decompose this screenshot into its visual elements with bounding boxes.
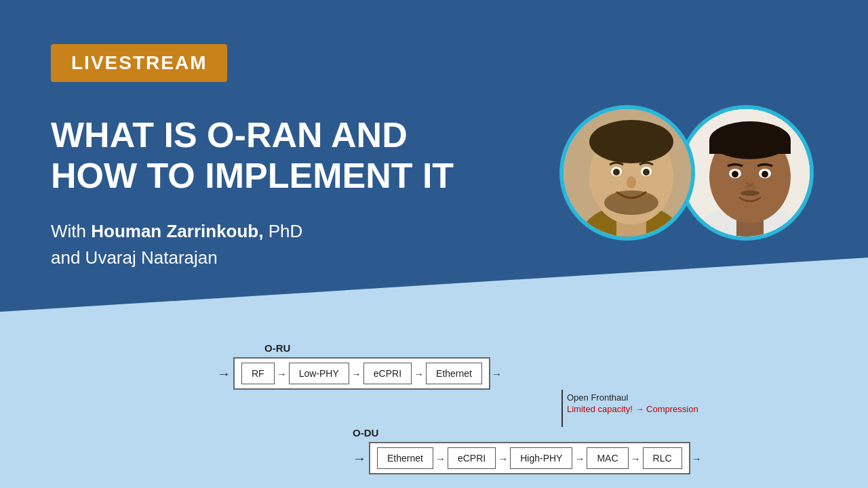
oru-arrow-in: →: [217, 366, 231, 382]
title-line1: WHAT IS O-RAN AND: [51, 115, 454, 156]
svg-rect-17: [709, 140, 791, 154]
fronthaul-vertical-line: [561, 390, 563, 427]
svg-point-8: [643, 169, 650, 176]
svg-point-10: [604, 190, 658, 215]
oru-block-rf: RF: [241, 363, 275, 384]
odu-arrow-1: →: [433, 453, 448, 464]
odu-arrow-out: →: [692, 453, 702, 464]
subtitle-line2: and Uvaraj Natarajan: [51, 245, 454, 271]
oru-box: RF → Low-PHY → eCPRI → Ethernet: [233, 357, 490, 390]
odu-label: O-DU: [353, 427, 760, 439]
fronthaul-label: Open Fronthaul Limited capacity! → Compr…: [567, 392, 698, 414]
odu-row: → Ethernet → eCPRI → High-PHY → MAC → RL…: [353, 442, 760, 474]
oru-arrow-out: →: [492, 368, 502, 380]
svg-point-21: [762, 171, 768, 178]
svg-point-4: [589, 120, 673, 163]
oru-section: O-RU → RF → Low-PHY → eCPRI → Ethernet →: [217, 342, 760, 390]
odu-block-highphy: High-PHY: [510, 447, 572, 469]
odu-section: O-DU → Ethernet → eCPRI → High-PHY → MAC…: [353, 427, 760, 474]
svg-point-7: [613, 169, 620, 176]
odu-arrow-in: →: [353, 451, 366, 466]
livestream-label: LIVESTREAM: [71, 52, 207, 73]
livestream-badge: LIVESTREAM: [51, 44, 227, 82]
oru-arrow-2: →: [349, 368, 363, 380]
svg-point-22: [744, 183, 756, 191]
svg-point-9: [627, 176, 636, 188]
fronthaul-section: Open Fronthaul Limited capacity! → Compr…: [475, 390, 760, 427]
oru-arrow-3: →: [412, 368, 426, 380]
oru-block-ecpri: eCPRI: [363, 363, 412, 384]
odu-block-ecpri: eCPRI: [448, 447, 496, 469]
odu-block-ethernet: Ethernet: [377, 447, 433, 469]
avatar-2: [678, 105, 814, 241]
avatar-1: [559, 105, 695, 241]
odu-arrow-3: →: [572, 453, 587, 464]
odu-arrow-4: →: [629, 453, 643, 464]
odu-block-mac: MAC: [587, 447, 628, 469]
subtitle-line1: With Houman Zarrinkoub, PhD: [51, 218, 454, 245]
odu-block-rlc: RLC: [643, 447, 682, 469]
diagram: O-RU → RF → Low-PHY → eCPRI → Ethernet →: [217, 342, 760, 474]
odu-box: Ethernet → eCPRI → High-PHY → MAC → RLC: [369, 442, 690, 474]
oru-block-lowphy: Low-PHY: [289, 363, 349, 384]
svg-point-23: [741, 190, 760, 196]
oru-label: O-RU: [264, 342, 760, 354]
odu-arrow-2: →: [496, 453, 510, 464]
title-line2: HOW TO IMPLEMENT IT: [51, 156, 454, 197]
svg-point-20: [732, 171, 738, 178]
oru-row: → RF → Low-PHY → eCPRI → Ethernet →: [217, 357, 760, 390]
oru-block-ethernet: Ethernet: [426, 363, 482, 384]
oru-arrow-1: →: [275, 368, 289, 380]
